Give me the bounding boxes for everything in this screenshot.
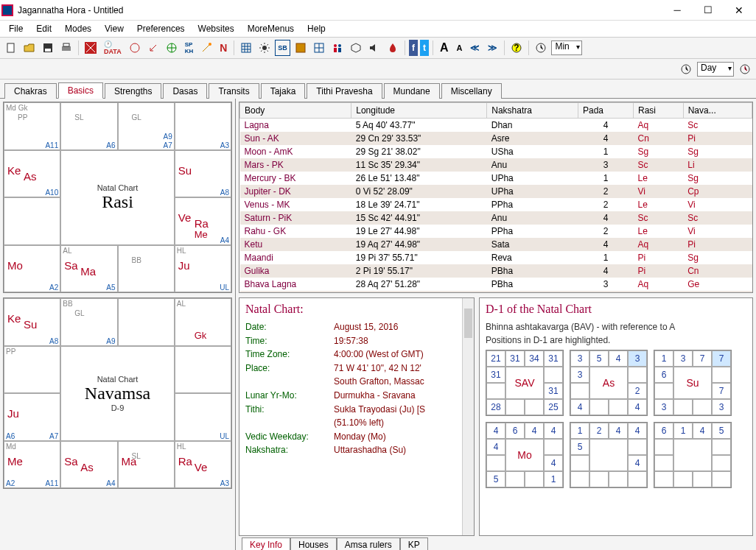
table-row[interactable]: Rahu - GK19 Le 27' 44.98"PPha2LeVi [240, 225, 752, 238]
grid3-icon[interactable] [311, 40, 327, 56]
table-row[interactable]: Gulika2 Pi 19' 55.17"PBha4PiCn [240, 264, 752, 278]
bav-grid[interactable]: 35433As244 [570, 350, 648, 416]
twitter-icon[interactable]: t [420, 40, 429, 56]
table-row[interactable]: Sun - AK29 Cn 29' 33.53"Asre4CnPi [240, 132, 752, 145]
tab-mundane[interactable]: Mundane [384, 83, 440, 99]
chart-cell[interactable] [4, 197, 60, 245]
menu-moremenus[interactable]: MoreMenus [242, 22, 300, 35]
btab-kp[interactable]: KP [400, 537, 428, 550]
table-row[interactable]: Hora Lagna27 Vi 59' 41.93"Chit2ViVi [240, 291, 752, 293]
menu-edit[interactable]: Edit [30, 22, 57, 35]
chart-cell[interactable]: GLA7A9 [118, 102, 175, 150]
chart-cell[interactable]: MdMeA11A2 [4, 441, 60, 489]
globe-icon[interactable] [164, 40, 180, 56]
btab-amsa[interactable]: Amsa rulers [337, 537, 400, 550]
grid-header[interactable]: Rasi [634, 103, 684, 119]
n-icon[interactable]: N [217, 40, 230, 56]
min-dropdown[interactable]: Min [551, 40, 581, 55]
maximize-button[interactable]: ☐ [693, 1, 724, 20]
bav-grid[interactable]: 2131343131SAV312825 [486, 350, 564, 416]
table-row[interactable]: Moon - AmK29 Sg 21' 38.02"USha1SgSg [240, 145, 752, 158]
rasi-chart[interactable]: Md GkPPA11SLA6GLA7A9A3KeAsA10Natal Chart… [3, 102, 232, 293]
tab-strengths[interactable]: Strengths [105, 83, 161, 99]
close-button[interactable]: ✕ [724, 1, 755, 20]
clock2-icon[interactable] [533, 40, 549, 56]
menu-help[interactable]: Help [301, 22, 332, 35]
prev-icon[interactable]: ≪ [467, 40, 483, 56]
menu-view[interactable]: View [99, 22, 130, 35]
tab-transits[interactable]: Transits [209, 83, 259, 99]
speaker-icon[interactable] [366, 40, 382, 56]
tab-tajaka[interactable]: Tajaka [261, 83, 306, 99]
body-grid[interactable]: BodyLongitudeNakshatraPadaRasiNava... La… [239, 102, 753, 293]
tab-tithi[interactable]: Tithi Pravesha [307, 83, 382, 99]
chart-cell[interactable]: JuA7A6 [4, 393, 60, 441]
tab-dasas[interactable]: Dasas [163, 83, 207, 99]
clock4-icon[interactable] [737, 61, 753, 77]
grid-header[interactable]: Body [240, 103, 351, 119]
clock3-icon[interactable] [678, 61, 694, 77]
chart-cell[interactable]: BB [118, 245, 175, 293]
arrow-icon[interactable] [145, 40, 161, 56]
print-icon[interactable] [58, 40, 74, 56]
natal-scrollbar[interactable] [462, 298, 474, 535]
bav-grid[interactable]: 46444Mo451 [486, 422, 564, 488]
grid2-icon[interactable] [293, 40, 309, 56]
help-icon[interactable]: ? [508, 40, 525, 56]
chart-cell[interactable] [118, 298, 175, 346]
chart-cell[interactable]: UL [175, 393, 231, 441]
chart-cell[interactable]: Md GkPPA11 [4, 102, 60, 150]
chart-cell[interactable]: MoA2 [4, 245, 60, 293]
grid-header[interactable]: Nakshatra [487, 103, 578, 119]
table-row[interactable]: Jupiter - DK0 Vi 52' 28.09"UPha2ViCp [240, 185, 752, 198]
font-big-icon[interactable]: A [437, 40, 452, 56]
menu-modes[interactable]: Modes [59, 22, 97, 35]
menu-websites[interactable]: Websites [192, 22, 240, 35]
table-row[interactable]: Lagna5 Aq 40' 43.77"Dhan4AqSc [240, 119, 752, 133]
wand-icon[interactable] [198, 40, 214, 56]
grid-header[interactable]: Nava... [683, 103, 752, 119]
menu-file[interactable]: File [3, 22, 29, 35]
minimize-button[interactable]: ─ [662, 1, 693, 20]
grid-header[interactable]: Longitude [351, 103, 487, 119]
facebook-icon[interactable]: f [409, 40, 418, 56]
tab-miscellany[interactable]: Miscellany [441, 83, 502, 99]
people-icon[interactable] [329, 40, 346, 56]
chart-cell[interactable]: KeSuA8 [4, 298, 60, 346]
chart-icon[interactable] [83, 40, 99, 56]
chart-cell[interactable]: KeAsA10 [4, 150, 60, 198]
spkh-icon[interactable]: SPKH [182, 40, 197, 56]
table-row[interactable]: Ketu19 Aq 27' 44.98"Sata4AqPi [240, 238, 752, 251]
cube-icon[interactable] [348, 40, 364, 56]
chart-cell[interactable]: HLJuUL [175, 245, 231, 293]
chart-cell[interactable]: VeRaMeA4 [175, 197, 231, 245]
day-dropdown[interactable]: Day [697, 62, 734, 77]
tab-basics[interactable]: Basics [58, 82, 103, 99]
data-icon[interactable]: 🕐DATA [101, 40, 125, 56]
chart-cell[interactable]: PP [4, 346, 60, 394]
btab-houses[interactable]: Houses [290, 537, 337, 550]
chart-cell[interactable]: ALSaMaA5 [60, 245, 117, 293]
chart-cell[interactable]: HLRaVeA3 [175, 441, 231, 489]
bav-grid[interactable]: 13776Su733 [654, 350, 732, 416]
chart-cell[interactable]: SLMa [118, 441, 175, 489]
chart-cell[interactable]: SLA6 [60, 102, 117, 150]
save-icon[interactable] [40, 40, 56, 56]
table-row[interactable]: Mercury - BK26 Le 51' 13.48"UPha1LeSg [240, 172, 752, 185]
chart-cell[interactable]: SuA8 [175, 150, 231, 198]
chart-cell[interactable]: BBGLA9 [60, 298, 117, 346]
chart-cell[interactable] [175, 346, 231, 394]
chart-cell[interactable]: SaAsA4 [60, 441, 117, 489]
next-icon[interactable]: ≫ [485, 40, 500, 56]
btab-keyinfo[interactable]: Key Info [242, 537, 290, 550]
grid-header[interactable]: Pada [578, 103, 634, 119]
navamsa-chart[interactable]: KeSuA8BBGLA9ALGkPPNatal ChartNavamsaD-9J… [3, 297, 232, 489]
table-row[interactable]: Venus - MK18 Le 39' 24.71"PPha2LeVi [240, 198, 752, 211]
tab-chakras[interactable]: Chakras [4, 83, 57, 99]
fire-icon[interactable] [385, 40, 401, 56]
grid1-icon[interactable] [238, 40, 254, 56]
font-small-icon[interactable]: A [453, 40, 465, 56]
table-row[interactable]: Mars - PK11 Sc 35' 29.34"Anu3ScLi [240, 158, 752, 172]
open-icon[interactable] [21, 40, 38, 56]
sun-icon[interactable] [256, 40, 273, 56]
